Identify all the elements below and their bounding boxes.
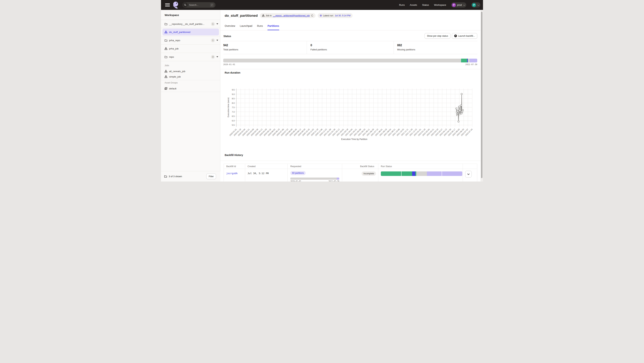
chevron-down-icon[interactable] [216, 24, 218, 24]
octopus-logo-icon [172, 1, 179, 9]
bar-segment-blue [412, 172, 416, 176]
nav-link-assets[interactable]: Assets [410, 4, 417, 6]
bar-segment-gray [416, 172, 427, 176]
svg-text:7.0: 7.0 [232, 111, 234, 113]
job-header: do_stuff_partitioned Job in __reposi...a… [225, 13, 352, 18]
job-label: prha_job [169, 47, 218, 50]
stat-failed-partitions: 0 Failed partitions [307, 41, 394, 54]
asset-group-icon [164, 87, 167, 90]
scrollbar-thumb[interactable] [481, 12, 482, 178]
repo-label: prha_repo [169, 39, 211, 42]
execution-time-chart: 2020-01-012020-01-182020-02-042020-02-21… [226, 77, 478, 143]
backfill-history-heading: Backfill History [225, 154, 243, 156]
partition-bar-range: 2020-01-01 2022-07-30 [223, 63, 477, 66]
sidebar-title: Workspace [164, 14, 179, 16]
svg-text:7.5: 7.5 [232, 106, 234, 108]
repo-count-badge: 1 [211, 22, 215, 26]
requested-partitions-bar [290, 178, 339, 180]
svg-text:Execution time (secs): Execution time (secs) [227, 98, 229, 117]
requested-range-start: 2020-01-01 [290, 180, 301, 182]
nav-left: / [161, 1, 216, 9]
bar-segment-lavender [470, 59, 477, 62]
hamburger-menu-icon[interactable] [165, 4, 170, 7]
sidebar-footer: 3 of 3 shown Filter [161, 171, 220, 182]
job-icon [164, 75, 167, 78]
top-nav: / Runs Assets Status Workspace P prod P [161, 0, 483, 10]
stat-total-partitions: 942 Total partitions [223, 41, 307, 54]
sidebar-item-default-asset-group[interactable]: default [161, 86, 220, 91]
latest-run-link[interactable]: Jul 30, 5:14 PM [335, 14, 350, 17]
bar-segment-green [402, 172, 412, 176]
stat-value: 882 [397, 44, 477, 47]
chevron-down-icon [463, 4, 465, 6]
run-duration-heading: Run duration [225, 71, 240, 74]
sidebar-item-repository-do-stuff[interactable]: __repository__do_stuff_partitio... 1 [161, 20, 220, 28]
svg-text:6.5: 6.5 [232, 115, 234, 117]
sidebar-item-do-stuff-partitioned[interactable]: do_stuff_partitioned [162, 28, 219, 36]
bar-segment-lavender [442, 172, 462, 176]
partition-range-end: 2022-07-30 [465, 63, 477, 66]
launch-backfill-button[interactable]: +Launch backfill... [452, 33, 477, 39]
latest-run-pill: Latest run: Jul 30, 5:14 PM [318, 13, 353, 18]
bar-segment-gray [468, 59, 470, 62]
repo-label: repo [169, 56, 211, 58]
chevron-down-icon[interactable] [216, 40, 218, 41]
global-search[interactable]: / [182, 2, 216, 8]
col-run-status: Run Status [381, 165, 392, 168]
folder-icon [164, 175, 167, 178]
run-status-dot-icon [320, 14, 322, 16]
search-input[interactable] [189, 4, 210, 6]
svg-text:6.0: 6.0 [232, 120, 234, 122]
stat-label: Missing partitions [397, 48, 477, 51]
col-backfill-id: Backfill Id [226, 165, 236, 168]
col-backfill-status: Backfill Status [360, 165, 374, 168]
job-icon [164, 70, 167, 73]
run-duration-chart[interactable]: 2020-01-012020-01-182020-02-042020-02-21… [226, 77, 478, 143]
backfill-created: Jul 30, 5:12 PM [248, 172, 268, 175]
nav-link-status[interactable]: Status [422, 4, 429, 6]
filter-button[interactable]: Filter [206, 174, 216, 179]
sidebar-item-simple-job[interactable]: simple_job [161, 74, 220, 79]
sidebar-item-prha-repo[interactable]: prha_repo 1 [161, 36, 220, 44]
backfill-id-link[interactable]: jozrgsbh [226, 172, 238, 175]
tab-overview[interactable]: Overview [225, 24, 235, 30]
sidebar-item-repo[interactable]: repo 3 [161, 53, 220, 61]
sidebar-item-prha-job[interactable]: prha_job [161, 44, 220, 53]
stat-label: Failed partitions [310, 48, 394, 51]
nav-link-workspace[interactable]: Workspace [434, 4, 446, 6]
chevron-down-icon[interactable] [216, 56, 218, 58]
user-menu[interactable]: P [471, 2, 480, 8]
chevron-down-icon [477, 4, 480, 6]
main-content: do_stuff_partitioned Job in __reposi...a… [220, 10, 483, 182]
col-requested: Requested [290, 165, 301, 168]
status-heading: Status [224, 35, 231, 38]
job-label: do_stuff_partitioned [169, 31, 190, 34]
bar-segment-gray [290, 178, 337, 180]
partition-status-bar[interactable] [223, 59, 477, 62]
refresh-icon[interactable] [311, 14, 313, 17]
tab-launchpad[interactable]: Launchpad [240, 24, 252, 30]
deployment-switcher[interactable]: P prod [451, 2, 466, 8]
requested-partitions-pill[interactable]: 60 partitions [290, 171, 306, 175]
stat-missing-partitions: 882 Missing partitions [394, 41, 477, 54]
folder-icon [164, 39, 167, 42]
expand-row-button[interactable] [465, 171, 472, 178]
job-icon [164, 31, 167, 34]
job-location-link[interactable]: __reposi...artitioned@partitioned_job [273, 14, 310, 17]
stat-label: Total partitions [223, 48, 307, 51]
status-actions: Show per-step status +Launch backfill... [424, 33, 477, 39]
tab-partitions[interactable]: Partitions [268, 24, 279, 30]
run-status-bar[interactable] [381, 172, 462, 176]
backfill-history-table: Backfill Id Created Requested Backfill S… [224, 164, 477, 182]
bar-segment-lavender [337, 178, 339, 180]
search-icon [183, 2, 188, 8]
sidebar-item-all-cereals-job[interactable]: all_cereals_job [161, 68, 220, 74]
page-title: do_stuff_partitioned [225, 14, 258, 18]
show-per-step-status-button[interactable]: Show per-step status [424, 33, 450, 39]
dagster-logo [172, 1, 179, 9]
tab-runs[interactable]: Runs [257, 24, 263, 30]
nav-link-runs[interactable]: Runs [399, 4, 405, 6]
svg-text:8.0: 8.0 [232, 102, 234, 104]
workspace-sidebar: Workspace __repository__do_stuff_partiti… [161, 10, 220, 182]
bar-segment-green [461, 59, 467, 62]
